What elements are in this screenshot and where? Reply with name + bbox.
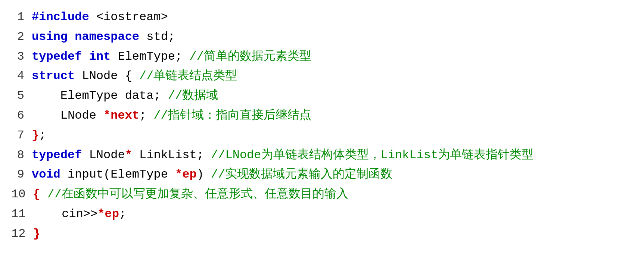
code-content: typedef LNode* LinkList; //LNode为单链表结构体类…: [32, 146, 633, 165]
code-token: #include: [32, 10, 89, 24]
code-line: 9void input(ElemType *ep) //实现数据域元素输入的定制…: [11, 165, 633, 185]
code-line: 4struct LNode { //单链表结点类型: [11, 66, 633, 86]
line-number: 10: [11, 185, 33, 204]
code-content: void input(ElemType *ep) //实现数据域元素输入的定制函…: [32, 165, 633, 185]
code-token: [68, 30, 75, 44]
code-line: 5 ElemType data; //数据域: [11, 86, 633, 106]
code-token: [40, 187, 47, 201]
code-token: *: [125, 148, 132, 162]
line-number: 4: [11, 66, 32, 86]
line-number: 12: [11, 224, 33, 244]
line-number: 1: [11, 7, 32, 27]
code-token: *next: [103, 109, 139, 122]
code-line: 7};: [11, 126, 633, 146]
code-token: ElemType;: [111, 50, 189, 63]
code-token: input(ElemType: [60, 168, 175, 181]
code-token: }: [32, 128, 39, 142]
code-token: //实现数据域元素输入的定制函数: [211, 168, 392, 181]
code-content: typedef int ElemType; //简单的数据元素类型: [32, 47, 633, 67]
code-token: int: [89, 50, 111, 63]
code-token: namespace: [75, 30, 139, 44]
line-number: 7: [11, 126, 32, 146]
code-token: //单链表结点类型: [139, 69, 237, 83]
line-number: 8: [11, 146, 32, 165]
code-line: 12}: [11, 224, 633, 244]
line-number: 3: [11, 47, 32, 67]
code-content: };: [32, 126, 633, 146]
code-token: typedef: [32, 50, 82, 63]
line-number: 2: [11, 27, 32, 47]
code-line: 1#include <iostream>: [11, 7, 633, 27]
code-token: ): [197, 168, 211, 181]
line-number: 11: [11, 204, 33, 224]
code-token: //指针域：指向直接后继结点: [153, 109, 311, 122]
code-token: LinkList;: [132, 148, 211, 162]
code-line: 6 LNode *next; //指针域：指向直接后继结点: [11, 106, 633, 126]
code-content: cin>>*ep;: [33, 204, 633, 224]
code-token: {: [125, 69, 139, 83]
code-token: *ep: [97, 207, 119, 221]
line-number: 5: [11, 86, 32, 106]
line-number: 9: [11, 165, 32, 185]
code-token: }: [33, 227, 40, 241]
code-content: { //在函数中可以写更加复杂、任意形式、任意数目的输入: [33, 185, 633, 204]
code-token: //简单的数据元素类型: [189, 50, 311, 63]
code-token: <iostream>: [89, 10, 168, 24]
code-token: [82, 50, 89, 63]
code-content: LNode *next; //指针域：指向直接后继结点: [32, 106, 633, 126]
code-token: void: [32, 168, 60, 181]
code-token: struct: [32, 69, 75, 83]
code-line: 3typedef int ElemType; //简单的数据元素类型: [11, 47, 633, 67]
code-token: LNode: [75, 69, 125, 83]
code-content: using namespace std;: [32, 27, 633, 47]
code-token: {: [33, 187, 40, 201]
code-token: //LNode为单链表结构体类型，LinkList为单链表指针类型: [211, 148, 533, 162]
code-token: ;: [119, 207, 126, 221]
code-token: typedef: [32, 148, 82, 162]
code-content: #include <iostream>: [32, 7, 633, 27]
code-token: cin>>: [33, 207, 97, 221]
code-content: ElemType data; //数据域: [32, 86, 633, 106]
code-editor: 1#include <iostream>2using namespace std…: [11, 7, 633, 244]
code-line: 2using namespace std;: [11, 27, 633, 47]
code-token: ;: [39, 128, 46, 142]
line-number: 6: [11, 106, 32, 126]
code-line: 8typedef LNode* LinkList; //LNode为单链表结构体…: [11, 146, 633, 165]
code-token: std;: [139, 30, 175, 44]
code-token: ElemType data;: [32, 89, 168, 103]
code-line: 11 cin>>*ep;: [11, 204, 633, 224]
code-token: using: [32, 30, 68, 44]
code-content: struct LNode { //单链表结点类型: [32, 66, 633, 86]
code-token: //数据域: [168, 89, 218, 103]
code-token: //在函数中可以写更加复杂、任意形式、任意数目的输入: [47, 187, 348, 201]
code-content: }: [33, 224, 633, 244]
code-line: 10{ //在函数中可以写更加复杂、任意形式、任意数目的输入: [11, 185, 633, 204]
code-token: LNode: [32, 109, 103, 122]
code-token: *ep: [175, 168, 197, 181]
code-token: LNode: [82, 148, 125, 162]
code-token: ;: [139, 109, 153, 122]
